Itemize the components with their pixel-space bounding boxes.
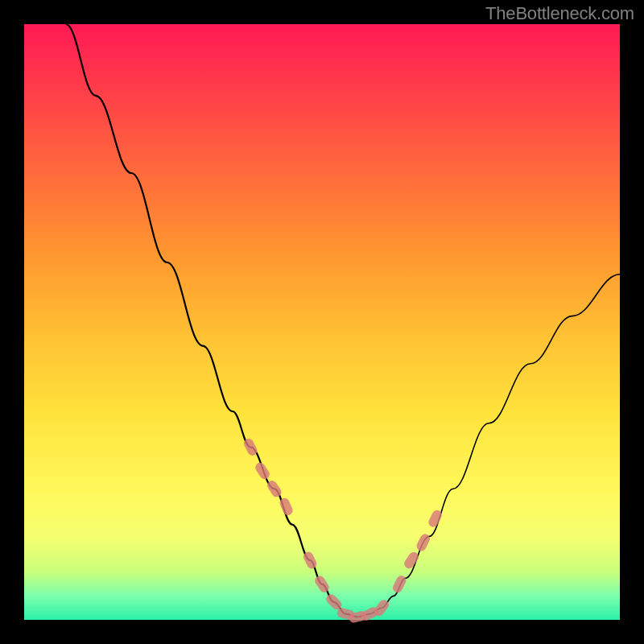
curve-marker <box>254 461 271 481</box>
chart-frame: TheBottleneck.com <box>0 0 644 644</box>
curve-svg <box>24 24 620 620</box>
curve-right-branch <box>357 275 620 617</box>
marker-group <box>242 437 444 624</box>
plot-area <box>24 24 620 620</box>
curve-marker <box>415 532 432 552</box>
watermark-text: TheBottleneck.com <box>485 3 634 24</box>
curve-marker <box>391 574 408 594</box>
curve-left-branch <box>66 24 358 617</box>
curve-marker <box>313 574 331 594</box>
curve-marker <box>402 551 420 571</box>
